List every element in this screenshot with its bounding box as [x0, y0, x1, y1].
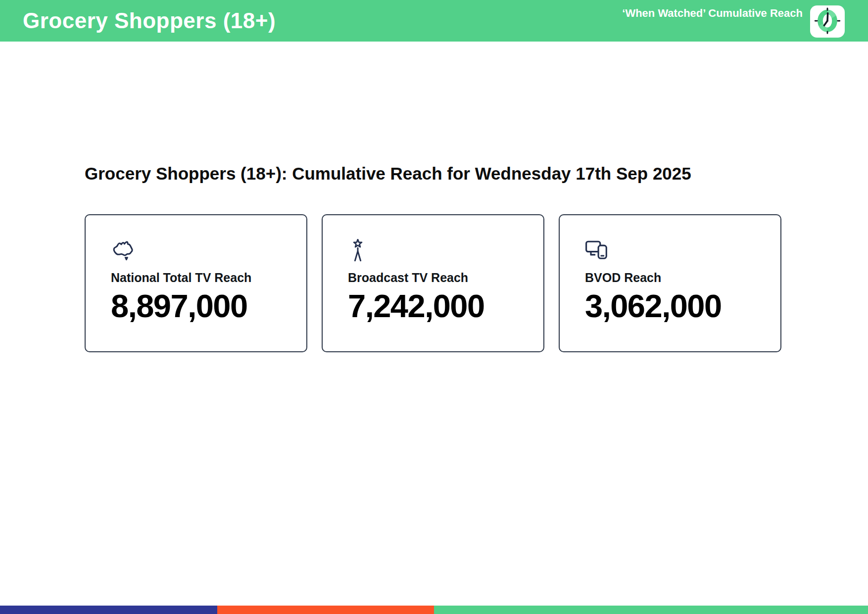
footer-color-strip [0, 606, 868, 614]
footer-segment-green [434, 606, 868, 614]
kpi-label: Broadcast TV Reach [348, 272, 543, 284]
kpi-value: 7,242,000 [348, 290, 543, 322]
header-right-group: ‘When Watched’ Cumulative Reach [622, 0, 845, 42]
footer-segment-blue [0, 606, 217, 614]
footer-segment-orange [217, 606, 434, 614]
clock-badge [810, 5, 845, 38]
kpi-label: National Total TV Reach [111, 272, 306, 284]
header-bar: Grocery Shoppers (18+) ‘When Watched’ Cu… [0, 0, 868, 42]
broadcast-tower-icon [348, 239, 372, 263]
kpi-card-broadcast-tv: Broadcast TV Reach 7,242,000 [322, 214, 544, 352]
kpi-card-bvod: BVOD Reach 3,062,000 [559, 214, 781, 352]
report-heading: Grocery Shoppers (18+): Cumulative Reach… [85, 164, 691, 184]
page: Grocery Shoppers (18+) ‘When Watched’ Cu… [0, 0, 868, 614]
kpi-cards-row: National Total TV Reach 8,897,000 Broadc… [85, 214, 781, 352]
devices-icon [585, 239, 609, 263]
header-subtitle: ‘When Watched’ Cumulative Reach [622, 7, 803, 20]
kpi-value: 8,897,000 [111, 290, 306, 322]
page-title: Grocery Shoppers (18+) [23, 0, 276, 42]
kpi-value: 3,062,000 [585, 290, 780, 322]
kpi-card-national-total-tv: National Total TV Reach 8,897,000 [85, 214, 307, 352]
clock-icon [812, 7, 843, 36]
kpi-label: BVOD Reach [585, 272, 780, 284]
australia-map-icon [111, 239, 135, 263]
